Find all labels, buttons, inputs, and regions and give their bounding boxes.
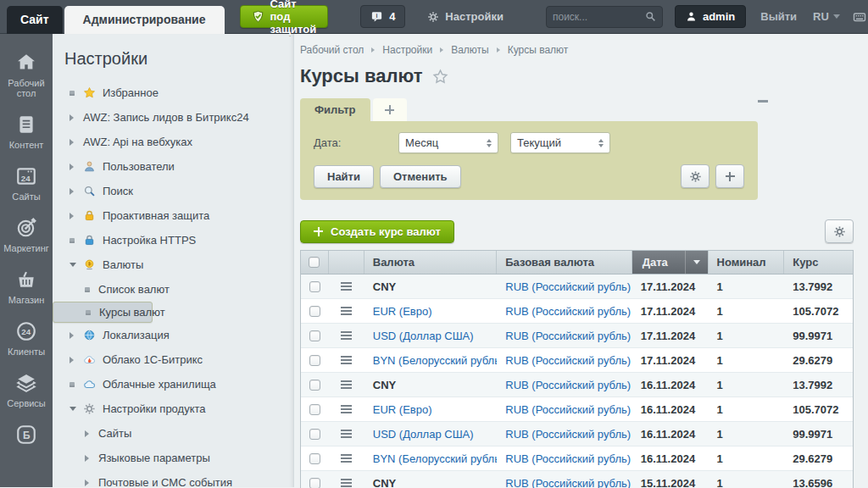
menu-item[interactable]: Проактивная защита (53, 203, 293, 228)
row-checkbox[interactable] (309, 429, 320, 440)
search-icon[interactable] (645, 11, 656, 22)
filter-tab[interactable]: Фильтр (300, 98, 370, 121)
sort-arrow-box[interactable] (685, 251, 708, 274)
base-currency-cell[interactable]: RUB (Российский рубль) (505, 403, 631, 416)
menu-item[interactable]: Сайты (53, 421, 293, 446)
notifications-button[interactable]: i 4 (360, 5, 405, 28)
chevron-right-icon (85, 430, 98, 437)
sidebar-item-marketing[interactable]: Маркетинг (0, 209, 53, 261)
add-filter-field-button[interactable] (715, 164, 744, 188)
base-currency-cell[interactable]: RUB (Российский рубль) (505, 477, 631, 488)
menu-item[interactable]: Облако 1С-Битрикс (53, 347, 293, 372)
search-input[interactable] (553, 11, 645, 23)
currency-cell[interactable]: BYN (Белорусский рубль) (373, 354, 498, 367)
breadcrumb-item[interactable]: Валюты (451, 44, 489, 56)
row-actions-icon[interactable] (341, 307, 352, 315)
base-currency-cell[interactable]: RUB (Российский рубль) (505, 280, 631, 293)
menu-item[interactable]: Языковые параметры (53, 446, 293, 470)
site-protected-button[interactable]: Сайт под защитой (240, 5, 329, 28)
row-checkbox[interactable] (309, 306, 320, 317)
rate-cell: 13.7992 (793, 379, 832, 391)
logout-link[interactable]: Выйти (760, 10, 797, 23)
sidebar-item-services[interactable]: Сервисы (0, 364, 53, 416)
base-currency-cell[interactable]: RUB (Российский рубль) (505, 428, 631, 441)
breadcrumb-item[interactable]: Рабочий стол (300, 44, 364, 56)
row-checkbox[interactable] (309, 453, 320, 464)
menu-item[interactable]: Список валют (53, 277, 293, 302)
chevron-right-icon (70, 114, 83, 121)
base-currency-cell[interactable]: RUB (Российский рубль) (505, 379, 631, 391)
tab-site[interactable]: Сайт (7, 6, 63, 34)
menu-item[interactable]: AWZ: Api на вебхуках (53, 130, 293, 154)
currency-cell[interactable]: EUR (Евро) (373, 305, 432, 318)
sidebar-item-content[interactable]: Контент (0, 106, 53, 158)
base-currency-cell[interactable]: RUB (Российский рубль) (505, 330, 631, 342)
menu-item[interactable]: Валюты (53, 252, 293, 277)
find-button[interactable]: Найти (314, 165, 374, 188)
cancel-button[interactable]: Отменить (380, 165, 461, 188)
base-currency-cell[interactable]: RUB (Российский рубль) (505, 305, 631, 318)
language-selector[interactable]: RU (813, 10, 840, 23)
currency-cell[interactable]: USD (Доллар США) (373, 330, 474, 342)
svg-text:24: 24 (21, 327, 31, 336)
menu-item[interactable]: Настройки продукта (53, 396, 293, 421)
row-actions-icon[interactable] (341, 405, 352, 413)
filter-settings-button[interactable] (681, 164, 709, 188)
tab-administration[interactable]: Администрирование (64, 6, 225, 34)
select-all-checkbox[interactable] (309, 257, 320, 268)
currency-cell[interactable]: EUR (Евро) (373, 403, 432, 416)
create-rate-button[interactable]: Создать курс валют (300, 220, 454, 243)
row-checkbox[interactable] (309, 355, 320, 366)
row-actions-icon[interactable] (341, 331, 352, 340)
currency-cell[interactable]: BYN (Белорусский рубль) (373, 452, 498, 465)
sidebar-item-sites[interactable]: 24Сайты (0, 158, 53, 209)
menu-item-label: Облачные хранилища (103, 378, 216, 391)
menu-item[interactable]: Облачные хранилища (53, 372, 293, 396)
currency-cell[interactable]: USD (Доллар США) (373, 428, 474, 441)
row-checkbox[interactable] (309, 478, 320, 488)
column-header-4[interactable]: Номинал (709, 251, 785, 274)
base-currency-cell[interactable]: RUB (Российский рубль) (505, 452, 631, 465)
menu-item[interactable]: Настройка HTTPS (53, 228, 293, 252)
menu-item-label: Локализация (103, 329, 170, 341)
menu-item[interactable]: AWZ: Запись лидов в Битрикс24 (53, 105, 293, 130)
menu-item[interactable]: Поиск (53, 179, 293, 203)
row-actions-icon[interactable] (341, 454, 352, 463)
menu-item[interactable]: Почтовые и СМС события (53, 470, 293, 488)
sidebar-item-home[interactable]: Рабочий стол (0, 44, 53, 106)
row-actions-icon[interactable] (341, 430, 352, 438)
add-filter-tab-button[interactable] (373, 98, 407, 121)
base-currency-cell[interactable]: RUB (Российский рубль) (505, 354, 631, 367)
grid-settings-button[interactable] (825, 219, 854, 243)
topbar-settings-button[interactable]: Настройки (427, 10, 504, 23)
row-checkbox[interactable] (309, 281, 320, 292)
hotkeys-keyboard-icon[interactable] (853, 10, 866, 24)
collapse-filter-icon[interactable] (758, 100, 768, 103)
menu-item[interactable]: Курсы валют (53, 302, 153, 323)
column-header-5[interactable]: Курс (784, 251, 853, 274)
menu-item[interactable]: Пользователи (53, 154, 293, 179)
menu-item[interactable]: Избранное (53, 80, 293, 105)
column-header-1[interactable]: Валюта (364, 251, 498, 274)
period-type-select[interactable]: Месяц (398, 132, 498, 153)
user-button[interactable]: admin (675, 5, 746, 28)
row-actions-icon[interactable] (341, 380, 352, 389)
row-actions-icon[interactable] (341, 356, 352, 364)
breadcrumb-item[interactable]: Курсы валют (508, 44, 569, 56)
row-checkbox[interactable] (309, 330, 320, 341)
column-header-3[interactable]: Дата (632, 251, 709, 274)
sidebar-item-store[interactable]: Магазин (0, 261, 53, 313)
row-actions-icon[interactable] (341, 282, 352, 291)
breadcrumb-item[interactable]: Настройки (382, 44, 432, 56)
row-actions-icon[interactable] (341, 479, 352, 487)
row-checkbox[interactable] (309, 404, 320, 415)
menu-item-label: Облако 1С-Битрикс (103, 353, 203, 366)
period-value-select[interactable]: Текущий (510, 132, 610, 153)
favorite-star-icon[interactable] (432, 69, 448, 85)
sidebar-item-clients[interactable]: 24Клиенты (0, 313, 53, 364)
menu-item[interactable]: Локализация (53, 323, 293, 347)
row-checkbox[interactable] (309, 380, 320, 391)
sort-desc-icon (693, 260, 700, 264)
sidebar-item-marketplace[interactable]: Б (0, 416, 53, 453)
column-header-2[interactable]: Базовая валюта (497, 251, 632, 274)
